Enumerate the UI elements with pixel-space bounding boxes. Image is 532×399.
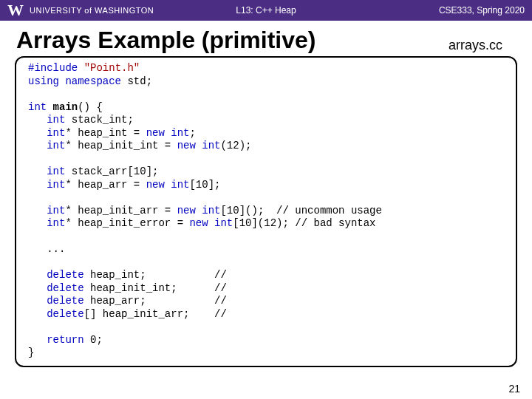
code: delete	[28, 295, 90, 307]
code: //	[214, 295, 227, 307]
code: [10]();	[220, 205, 276, 216]
code: * heap_arr =	[65, 179, 146, 191]
code: using namespace	[28, 75, 127, 87]
code: [10];	[189, 179, 220, 191]
code: heap_int;	[90, 269, 214, 281]
code: ...	[28, 243, 65, 255]
code: // bad syntax	[295, 217, 375, 229]
code: #include	[28, 62, 84, 74]
code-box: #include "Point.h" using namespace std; …	[15, 56, 517, 367]
code: ;	[189, 127, 195, 139]
code: * heap_init_arr =	[65, 205, 177, 216]
code: "Point.h"	[84, 62, 140, 74]
code: }	[28, 347, 34, 358]
code: // uncommon usage	[276, 205, 382, 216]
code: int	[28, 179, 65, 191]
code: * heap_init_error =	[65, 217, 189, 229]
course-label: CSE333, Spring 2020	[439, 5, 525, 16]
code: new int	[177, 140, 221, 151]
code: stack_arr[10];	[72, 166, 159, 177]
code: delete	[28, 282, 90, 294]
code: int	[28, 101, 53, 113]
code: return	[28, 334, 90, 346]
slide-number: 21	[508, 383, 520, 395]
code: main	[53, 101, 78, 113]
code: (12);	[220, 140, 251, 151]
code: () {	[78, 101, 103, 113]
top-bar: W UNIVERSITY of WASHINGTON L13: C++ Heap…	[0, 0, 532, 21]
code: //	[214, 308, 227, 320]
code: stack_int;	[72, 114, 134, 126]
university-name: UNIVERSITY of WASHINGTON	[30, 6, 154, 15]
code: //	[214, 282, 227, 294]
code: int	[28, 205, 65, 216]
code: new int	[177, 205, 221, 216]
uw-logo: W	[7, 2, 24, 18]
code: heap_init_int;	[90, 282, 214, 294]
code: int	[28, 217, 65, 229]
code: * heap_int =	[65, 127, 146, 139]
code: heap_arr;	[90, 295, 214, 307]
code: [10](12);	[233, 217, 295, 229]
code: int	[28, 114, 72, 126]
code: [] heap_init_arr;	[84, 308, 214, 320]
lecture-label: L13: C++ Heap	[236, 5, 296, 16]
code: * heap_init_int =	[65, 140, 177, 151]
code: new int	[146, 179, 190, 191]
code: std;	[127, 75, 152, 87]
code: int	[28, 166, 72, 177]
code: delete	[28, 269, 90, 281]
code: delete	[28, 308, 84, 320]
code: new int	[189, 217, 233, 229]
code: 0;	[90, 334, 103, 346]
code: new int	[146, 127, 190, 139]
code: int	[28, 127, 65, 139]
code: int	[28, 140, 65, 151]
code: //	[214, 269, 227, 281]
